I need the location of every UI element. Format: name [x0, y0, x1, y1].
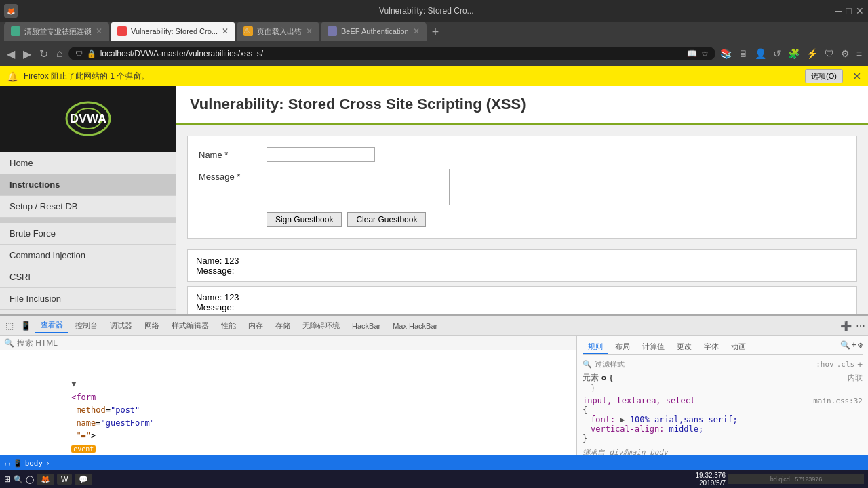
bookmark-icon[interactable]: ☆: [701, 49, 709, 58]
panel-tab-animations[interactable]: 动画: [726, 340, 751, 354]
taskbar-wechat[interactable]: 💬: [75, 474, 92, 485]
reader-view-icon[interactable]: 📖: [687, 49, 697, 58]
rule-1-prop-font-arrow[interactable]: ▶: [620, 415, 629, 424]
devtools-new-panel-icon[interactable]: ➕: [840, 321, 852, 331]
sign-guestbook-button[interactable]: Sign Guestbook: [267, 212, 342, 227]
class-toggle-button[interactable]: .cls: [837, 360, 855, 369]
back-button[interactable]: ◀: [4, 46, 18, 62]
devtools-responsive-icon[interactable]: 📱: [18, 319, 34, 332]
pseudo-class-button[interactable]: :hov: [816, 360, 834, 369]
taskbar-clock: 19:32:376 2019/5/7: [696, 472, 726, 487]
minimize-button[interactable]: ─: [835, 5, 842, 16]
svg-text:DVWA: DVWA: [70, 112, 106, 125]
menu-icon[interactable]: ≡: [854, 47, 864, 60]
devtools-tab-memory[interactable]: 内存: [243, 319, 269, 333]
monitor-icon[interactable]: 🖥: [736, 47, 750, 60]
add-style-button[interactable]: +: [857, 359, 863, 369]
devtools-tab-hackbar[interactable]: HackBar: [347, 320, 386, 332]
addons-icon[interactable]: 🧩: [786, 47, 802, 60]
breadcrumb-item-1[interactable]: body: [25, 459, 43, 468]
sidebar-item-command-injection[interactable]: Command Injection: [0, 245, 176, 266]
sidebar-item-instructions[interactable]: Instructions: [0, 174, 176, 196]
panel-tab-fonts[interactable]: 字体: [698, 340, 724, 354]
home-button[interactable]: ⌂: [54, 46, 66, 61]
devtools-search-input[interactable]: [14, 338, 150, 348]
tab-favicon-3: ⚠: [243, 26, 253, 36]
name-input[interactable]: [267, 147, 375, 162]
tab-error[interactable]: ⚠ 页面载入出错 ✕: [237, 22, 319, 41]
devtools-tab-style-editor[interactable]: 样式编辑器: [166, 319, 214, 333]
notification-options-button[interactable]: 选项(O): [805, 69, 843, 83]
devtools-inspect-icon[interactable]: ⬚: [3, 319, 16, 332]
devtools-tab-maxhackbar[interactable]: Max HackBar: [387, 320, 443, 332]
message-label: Message *: [199, 169, 260, 182]
notification-bar: 🔔 Firefox 阻止了此网站的 1 个弹窗。 选项(O) ✕: [0, 66, 868, 86]
tab-close-4[interactable]: ✕: [413, 26, 420, 36]
rule-1-source: main.css:32: [813, 396, 863, 405]
filter-icon: 🔍: [583, 360, 592, 369]
devtools-tab-debugger[interactable]: 调试器: [104, 319, 138, 333]
devtools-pick-button[interactable]: ⬚: [5, 459, 10, 468]
panel-tab-layout[interactable]: 布局: [610, 340, 635, 354]
cortana-button[interactable]: ◯: [26, 475, 34, 484]
element-section: 元素 ⚙ { 内联 }: [583, 372, 863, 393]
close-button[interactable]: ✕: [856, 5, 864, 16]
new-tab-button[interactable]: +: [428, 24, 443, 41]
message-textarea[interactable]: [267, 169, 450, 205]
tab-qingyan[interactable]: 清颜堂专业祛疤连锁 ✕: [4, 22, 109, 41]
tab-close-3[interactable]: ✕: [306, 26, 313, 36]
sidebar-item-csrf[interactable]: CSRF: [0, 266, 176, 288]
address-bar[interactable]: 🛡 🔒 localhost/DVWA-master/vulnerabilitie…: [68, 47, 715, 60]
sidebar-item-home[interactable]: Home: [0, 152, 176, 174]
devtools-tab-inspector[interactable]: 查看器: [35, 318, 68, 333]
taskbar-firefox[interactable]: 🦊: [37, 474, 54, 485]
tab-dvwa[interactable]: Vulnerability: Stored Cro... ✕: [111, 22, 235, 41]
devtools-tab-console[interactable]: 控制台: [70, 319, 103, 333]
panel-tab-rules[interactable]: 规则: [583, 340, 608, 354]
taskbar-word[interactable]: W: [57, 474, 72, 485]
tab-close-1[interactable]: ✕: [96, 26, 102, 36]
clear-guestbook-button[interactable]: Clear Guestbook: [347, 212, 426, 227]
devtools-tab-storage[interactable]: 存储: [270, 319, 296, 333]
tab-close-2[interactable]: ✕: [222, 26, 229, 36]
shield2-icon[interactable]: 🛡: [823, 47, 836, 60]
tab-beef[interactable]: BeEF Authentication ✕: [321, 22, 427, 41]
tab-favicon-1: [11, 26, 20, 36]
element-gear-icon[interactable]: ⚙: [601, 373, 606, 382]
entry-2-message: Message:: [196, 302, 848, 312]
devtools-responsive-bottom[interactable]: 📱: [13, 459, 22, 468]
sidebar-item-brute-force[interactable]: Brute Force: [0, 223, 176, 245]
code-line-1[interactable]: ▼ <form method="post" name="guestForm" "…: [3, 352, 574, 455]
devtools-tab-performance[interactable]: 性能: [216, 319, 241, 333]
history-icon[interactable]: ↺: [771, 47, 783, 60]
forward-button[interactable]: ▶: [20, 46, 34, 62]
security-icon: 🛡: [75, 49, 83, 58]
tab-label-2: Vulnerability: Stored Cro...: [131, 27, 218, 35]
account-icon[interactable]: 👤: [753, 47, 768, 60]
panel-tab-changes[interactable]: 更改: [671, 340, 697, 354]
settings-icon[interactable]: ⚙: [839, 47, 852, 60]
filter-label: 过滤样式: [595, 359, 625, 369]
panel-tab-computed[interactable]: 计算值: [637, 340, 670, 354]
hackbar-icon[interactable]: ⚡: [804, 47, 820, 60]
tab-label-3: 页面载入出错: [257, 26, 302, 37]
refresh-button[interactable]: ↻: [37, 46, 51, 62]
notification-close-button[interactable]: ✕: [852, 70, 861, 83]
rule-1-prop-font-value: 100% arial,sans-serif;: [630, 415, 738, 424]
devtools-tab-network[interactable]: 网络: [139, 319, 165, 333]
add-rule-icon[interactable]: +: [852, 340, 856, 354]
sidebar-item-file-inclusion[interactable]: File Inclusion: [0, 288, 176, 310]
name-row: Name *: [199, 147, 846, 162]
sidebar-item-setup[interactable]: Setup / Reset DB: [0, 196, 176, 218]
filter-styles-icon[interactable]: 🔍: [840, 340, 850, 354]
devtools-more-icon[interactable]: ⋯: [856, 321, 865, 331]
bookmarks-icon[interactable]: 📚: [718, 47, 734, 60]
element-label: 元素: [583, 372, 599, 384]
search-button[interactable]: 🔍: [14, 475, 23, 484]
settings-icon-panel[interactable]: ⚙: [858, 340, 863, 354]
start-button[interactable]: ⊞: [4, 474, 11, 484]
devtools-tab-accessibility[interactable]: 无障碍环境: [297, 319, 345, 333]
guestbook-entry-2: Name: 123 Message:: [187, 286, 857, 319]
maximize-button[interactable]: □: [846, 5, 852, 16]
nav-bar: ◀ ▶ ↻ ⌂ 🛡 🔒 localhost/DVWA-master/vulner…: [0, 41, 868, 66]
